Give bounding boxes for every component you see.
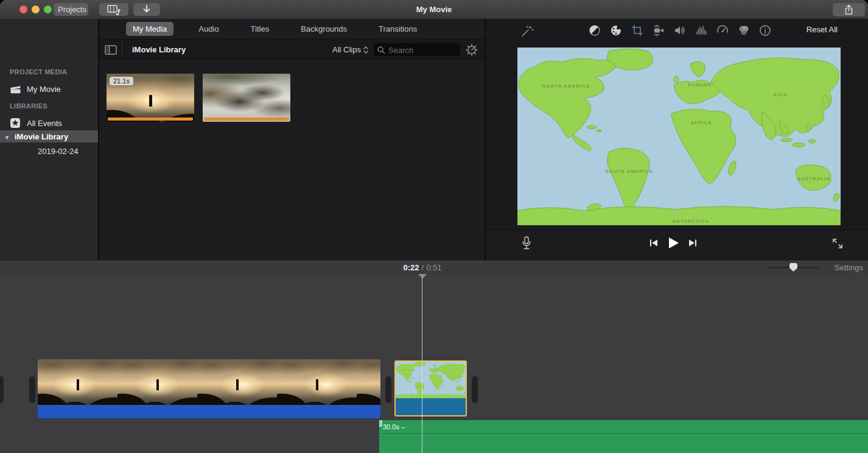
next-frame-button[interactable] bbox=[688, 238, 698, 248]
fullscreen-icon[interactable] bbox=[831, 237, 844, 250]
sidebar-item-all-events[interactable]: All Events bbox=[0, 116, 98, 130]
reset-all-button[interactable]: Reset All bbox=[807, 25, 838, 34]
media-browser: My Media Audio Titles Backgrounds Transi… bbox=[99, 19, 486, 260]
map-label-antarctica: ANTARCTICA bbox=[673, 219, 710, 224]
world-map-image: NORTH AMERICA SOUTH AMERICA EUROPE AFRIC… bbox=[517, 47, 841, 225]
timeline-map-clip-selected[interactable]: NORTH AMERICA SOUTH AMERICA EUROPE AFRIC… bbox=[394, 360, 467, 416]
search-input[interactable] bbox=[387, 43, 458, 57]
my-movie-label: My Movie bbox=[27, 85, 61, 94]
fade-handle[interactable] bbox=[379, 420, 382, 427]
main-area: PROJECT MEDIA My Movie LIBRARIES bbox=[0, 19, 868, 260]
info-icon[interactable] bbox=[758, 24, 772, 37]
enhance-wand-icon[interactable] bbox=[520, 24, 534, 38]
search-icon bbox=[377, 46, 385, 54]
stabilization-icon[interactable] bbox=[652, 24, 665, 37]
sidebar-item-imovie-library[interactable]: ▼ iMovie Library bbox=[0, 130, 98, 142]
timeline-zoom-slider[interactable] bbox=[768, 267, 819, 269]
filmstrip-frame bbox=[277, 359, 357, 405]
used-range-indicator bbox=[204, 118, 289, 121]
libraries-sidebar: PROJECT MEDIA My Movie LIBRARIES bbox=[0, 19, 99, 260]
tab-backgrounds[interactable]: Backgrounds bbox=[294, 22, 354, 36]
transport-controls bbox=[649, 236, 698, 250]
disclosure-triangle-icon[interactable]: ▼ bbox=[4, 135, 10, 141]
search-field[interactable] bbox=[374, 43, 460, 56]
media-clip-grid: 21.1s bbox=[107, 74, 290, 122]
tab-my-media[interactable]: My Media bbox=[126, 22, 173, 36]
filmstrip-frame bbox=[357, 359, 380, 405]
duration-badge: 21.1s bbox=[110, 77, 133, 85]
playhead[interactable] bbox=[422, 278, 422, 453]
previous-frame-button[interactable] bbox=[649, 238, 659, 248]
updown-chevrons-icon bbox=[363, 46, 369, 54]
microphone-icon[interactable] bbox=[520, 236, 533, 251]
library-toolbar: iMovie Library All Clips bbox=[99, 40, 485, 60]
timeline-area[interactable]: NORTH AMERICA SOUTH AMERICA EUROPE AFRIC… bbox=[0, 274, 868, 453]
imovie-library-label: iMovie Library bbox=[15, 132, 68, 141]
audio-clip-duration-label: 30.0s – bbox=[383, 423, 405, 430]
share-icon bbox=[844, 4, 853, 15]
map-clip-thumbnail: NORTH AMERICA SOUTH AMERICA EUROPE AFRIC… bbox=[396, 362, 466, 398]
map-label-australia: AUSTRALIA bbox=[797, 176, 830, 181]
media-clip-coast[interactable] bbox=[203, 74, 290, 122]
browser-tabs: My Media Audio Titles Backgrounds Transi… bbox=[99, 19, 485, 40]
current-time: 0:22 bbox=[404, 263, 419, 272]
all-clips-filter[interactable]: All Clips bbox=[332, 45, 369, 54]
sidebar-item-my-movie[interactable]: My Movie bbox=[0, 82, 98, 96]
filmstrip-frame bbox=[117, 359, 197, 405]
library-title: iMovie Library bbox=[132, 45, 186, 54]
tab-audio[interactable]: Audio bbox=[192, 22, 225, 36]
map-label-europe: EUROPE bbox=[688, 82, 712, 88]
sidebar-item-event-date[interactable]: 2019-02-24 bbox=[0, 144, 98, 158]
sidebar-toggle-icon bbox=[105, 45, 117, 55]
filmstrip-frames bbox=[38, 359, 380, 405]
event-date-label: 2019-02-24 bbox=[38, 147, 79, 156]
trim-handle[interactable] bbox=[385, 376, 391, 403]
speed-icon[interactable] bbox=[716, 24, 729, 37]
waveform-divider bbox=[379, 434, 868, 434]
sidebar-toggle-button[interactable] bbox=[99, 40, 122, 59]
libraries-header: LIBRARIES bbox=[0, 102, 47, 110]
world-map-image: NORTH AMERICA SOUTH AMERICA EUROPE AFRIC… bbox=[396, 362, 466, 398]
playhead-handle[interactable] bbox=[418, 274, 427, 279]
map-label-africa: AFRICA bbox=[690, 120, 712, 125]
tab-transitions[interactable]: Transitions bbox=[372, 22, 424, 36]
used-range-indicator bbox=[108, 118, 193, 121]
viewer-canvas[interactable]: NORTH AMERICA SOUTH AMERICA EUROPE AFRIC… bbox=[517, 47, 841, 225]
clip-filter-icon[interactable] bbox=[737, 24, 751, 37]
color-correction-icon[interactable] bbox=[609, 24, 623, 37]
filmstrip-frame bbox=[38, 359, 117, 405]
volume-icon[interactable] bbox=[673, 24, 687, 37]
clip-audio-waveform-bar bbox=[38, 405, 380, 418]
filter-label: All Clips bbox=[332, 45, 361, 54]
timeline-video-clip-lighthouse[interactable] bbox=[38, 359, 380, 418]
play-button[interactable] bbox=[667, 236, 680, 250]
trim-handle[interactable] bbox=[0, 376, 4, 403]
timeline-toolbar: 0:22 / 0:51 Settings bbox=[0, 260, 868, 275]
time-separator: / bbox=[422, 263, 424, 272]
trim-handle[interactable] bbox=[29, 376, 35, 403]
timeline-settings-button[interactable]: Settings bbox=[835, 263, 863, 272]
zoom-slider-thumb[interactable] bbox=[789, 263, 797, 272]
trim-handle[interactable] bbox=[472, 376, 478, 403]
color-balance-icon[interactable] bbox=[588, 24, 601, 37]
project-media-header: PROJECT MEDIA bbox=[0, 68, 67, 76]
timeline-audio-clip[interactable]: 30.0s – bbox=[379, 420, 868, 453]
media-clip-lighthouse[interactable]: 21.1s bbox=[107, 74, 194, 122]
map-label-europe: EUROPE bbox=[433, 369, 438, 370]
imovie-window: Projects My Movie PROJECT MED bbox=[0, 0, 868, 453]
adjustments-toolbar: Reset All bbox=[486, 19, 868, 42]
clip-appearance-gear-icon[interactable] bbox=[465, 43, 478, 57]
all-events-label: All Events bbox=[27, 119, 62, 128]
clapperboard-icon bbox=[10, 84, 21, 94]
noise-reduction-icon[interactable] bbox=[695, 24, 708, 37]
crop-icon[interactable] bbox=[631, 24, 644, 37]
share-button[interactable] bbox=[833, 3, 865, 16]
star-icon bbox=[10, 118, 21, 128]
window-title: My Movie bbox=[0, 0, 868, 19]
tab-titles[interactable]: Titles bbox=[244, 22, 276, 36]
map-label-south-america: SOUTH AMERICA bbox=[606, 169, 654, 174]
filmstrip-frame bbox=[197, 359, 277, 405]
playback-bar bbox=[486, 230, 868, 260]
total-time: 0:51 bbox=[426, 263, 441, 272]
time-display: 0:22 / 0:51 bbox=[404, 261, 442, 275]
